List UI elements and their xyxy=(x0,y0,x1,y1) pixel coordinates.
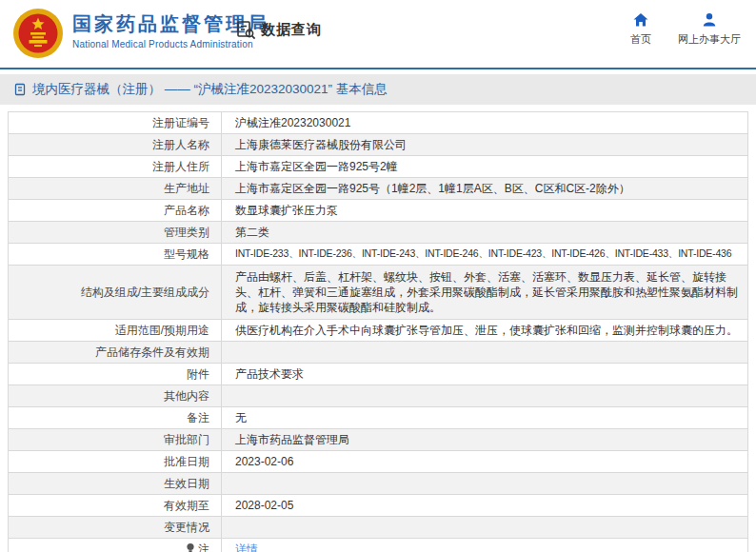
row-value: 第二类 xyxy=(222,222,748,244)
table-row: 其他内容 xyxy=(9,385,748,407)
row-label: 生产地址 xyxy=(9,178,222,200)
document-search-icon xyxy=(236,20,256,40)
user-icon xyxy=(701,11,718,29)
table-row: 产品名称数显球囊扩张压力泵 xyxy=(9,200,748,222)
row-value: 2023-02-06 xyxy=(222,451,748,473)
table-row: 型号规格INT-IDE-233、INT-IDE-236、INT-IDE-243、… xyxy=(9,244,748,266)
info-table: 注册证编号沪械注准20232030021注册人名称上海康德莱医疗器械股份有限公司… xyxy=(8,111,748,552)
row-value: 上海市药品监督管理局 xyxy=(222,429,748,451)
top-nav: 首页 网上办事大厅 xyxy=(630,11,741,47)
row-label: 管理类别 xyxy=(9,222,222,244)
row-value: 数显球囊扩张压力泵 xyxy=(222,200,748,222)
row-label: 变更情况 xyxy=(9,517,222,539)
data-query-label: 数据查询 xyxy=(261,21,322,39)
row-label: 适用范围/预期用途 xyxy=(9,320,222,342)
table-row: 注册人住所上海市嘉定区全园一路925号2幢 xyxy=(9,156,748,178)
row-label: 型号规格 xyxy=(9,244,222,266)
row-label: 注 xyxy=(9,539,222,552)
home-icon xyxy=(632,11,649,29)
row-value: 无 xyxy=(222,407,748,429)
row-value xyxy=(222,473,748,495)
row-label: 产品名称 xyxy=(9,200,222,222)
row-label: 有效期至 xyxy=(9,495,222,517)
breadcrumb: 境内医疗器械（注册） —— “沪械注准20232030021” 基本信息 xyxy=(0,74,756,105)
row-label: 附件 xyxy=(9,364,222,385)
row-value: 详情 xyxy=(222,539,748,552)
table-row: 结构及组成/主要组成成分产品由螺杆、后盖、杠杆架、螺纹块、按钮、外套、活塞、活塞… xyxy=(9,266,748,320)
table-row: 生效日期 xyxy=(9,473,748,495)
nav-home-label: 首页 xyxy=(630,32,651,47)
table-row: 附件产品技术要求 xyxy=(9,364,748,385)
table-row: 适用范围/预期用途供医疗机构在介入手术中向球囊扩张导管加压、泄压，使球囊扩张和回… xyxy=(9,320,748,342)
row-value: 上海市嘉定区全园一路925号2幢 xyxy=(222,156,748,178)
row-value: 产品技术要求 xyxy=(222,364,748,385)
row-label: 结构及组成/主要组成成分 xyxy=(9,266,222,320)
row-label: 生效日期 xyxy=(9,473,222,495)
row-value xyxy=(222,385,748,407)
row-label: 产品储存条件及有效期 xyxy=(9,342,222,364)
row-value: 2028-02-05 xyxy=(222,495,748,517)
org-name-en: National Medical Products Administration xyxy=(72,39,269,49)
row-value: 产品由螺杆、后盖、杠杆架、螺纹块、按钮、外套、活塞、活塞环、数显压力表、延长管、… xyxy=(222,266,748,320)
row-label: 注册人名称 xyxy=(9,134,222,156)
table-row: 管理类别第二类 xyxy=(9,222,748,244)
row-label: 注册证编号 xyxy=(9,112,222,134)
table-row: 批准日期2023-02-06 xyxy=(9,451,748,473)
data-query-button[interactable]: 数据查询 xyxy=(236,20,322,40)
table-row: 生产地址上海市嘉定区全园一路925号（1幢2层、1幢1层A区、B区、C区和C区-… xyxy=(9,178,748,200)
row-label: 批准日期 xyxy=(9,451,222,473)
document-icon xyxy=(13,83,27,96)
row-value: 供医疗机构在介入手术中向球囊扩张导管加压、泄压，使球囊扩张和回缩，监测并控制球囊… xyxy=(222,320,748,342)
page-title: 境内医疗器械（注册） —— “沪械注准20232030021” 基本信息 xyxy=(32,81,388,98)
detail-link[interactable]: 详情 xyxy=(235,542,258,552)
row-value: 上海康德莱医疗器械股份有限公司 xyxy=(222,134,748,156)
info-table-body: 注册证编号沪械注准20232030021注册人名称上海康德莱医疗器械股份有限公司… xyxy=(9,112,748,552)
china-national-emblem-icon xyxy=(13,9,63,58)
site-header: 国家药品监督管理局 National Medical Products Admi… xyxy=(0,0,756,69)
bulb-icon xyxy=(186,542,195,552)
table-row: 有效期至2028-02-05 xyxy=(9,495,748,517)
nav-home-button[interactable]: 首页 xyxy=(630,11,651,47)
row-value xyxy=(222,342,748,364)
table-row: 审批部门上海市药品监督管理局 xyxy=(9,429,748,451)
table-row: 注册证编号沪械注准20232030021 xyxy=(9,112,748,134)
nav-service-hall-label: 网上办事大厅 xyxy=(678,32,741,47)
row-label: 其他内容 xyxy=(9,385,222,407)
table-row: 产品储存条件及有效期 xyxy=(9,342,748,364)
nav-service-hall-button[interactable]: 网上办事大厅 xyxy=(678,11,741,47)
table-row: 注详情 xyxy=(9,539,748,552)
row-value xyxy=(222,517,748,539)
row-value: INT-IDE-233、INT-IDE-236、INT-IDE-243、INT-… xyxy=(222,244,748,266)
row-value: 沪械注准20232030021 xyxy=(222,112,748,134)
table-row: 注册人名称上海康德莱医疗器械股份有限公司 xyxy=(9,134,748,156)
table-row: 变更情况 xyxy=(9,517,748,539)
row-value: 上海市嘉定区全园一路925号（1幢2层、1幢1层A区、B区、C区和C区-2除外） xyxy=(222,178,748,200)
row-label: 注册人住所 xyxy=(9,156,222,178)
row-label: 备注 xyxy=(9,407,222,429)
table-row: 备注无 xyxy=(9,407,748,429)
row-label: 审批部门 xyxy=(9,429,222,451)
